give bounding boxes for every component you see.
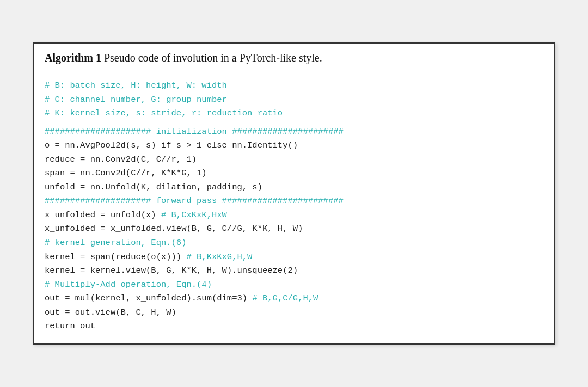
code-line: out = out.view(B, C, H, W) — [45, 306, 543, 320]
code-text: return out — [45, 321, 95, 331]
separator-line: ##################### forward pass #####… — [45, 194, 543, 208]
code-text: out = mul(kernel, x_unfolded).sum(dim=3) — [45, 293, 252, 303]
code-text: out = out.view(B, C, H, W) — [45, 308, 176, 317]
code-line: kernel = kernel.view(B, G, K*K, H, W).un… — [45, 264, 543, 278]
code-line: x_unfolded = x_unfolded.view(B, G, C//G,… — [45, 222, 543, 236]
code-text: kernel = span(reduce(o(x))) — [45, 252, 186, 262]
comment-line: # K: kernel size, s: stride, r: reductio… — [45, 107, 543, 121]
code-line: kernel = span(reduce(o(x))) # B,KxKxG,H,… — [45, 250, 543, 265]
algorithm-label: Algorithm 1 — [45, 52, 101, 64]
inline-comment: # B,KxKxG,H,W — [186, 252, 252, 262]
code-text: x_unfolded = unfold(x) — [45, 210, 161, 220]
code-text: kernel = kernel.view(B, G, K*K, H, W).un… — [45, 266, 298, 275]
inline-comment: # B,CxKxK,HxW — [161, 210, 227, 220]
code-text: span = nn.Conv2d(C//r, K*K*G, 1) — [45, 168, 207, 178]
code-text: x_unfolded = x_unfolded.view(B, G, C//G,… — [45, 224, 303, 234]
comment-line: # C: channel number, G: group number — [45, 93, 543, 107]
code-line: o = nn.AvgPool2d(s, s) if s > 1 else nn.… — [45, 139, 543, 153]
comment-line: # kernel generation, Eqn.(6) — [45, 236, 543, 250]
inline-comment: # B,G,C/G,H,W — [252, 293, 318, 303]
code-text: reduce = nn.Conv2d(C, C//r, 1) — [45, 155, 197, 164]
code-line: unfold = nn.Unfold(K, dilation, padding,… — [45, 181, 543, 195]
code-line: span = nn.Conv2d(C//r, K*K*G, 1) — [45, 167, 543, 181]
algorithm-container: Algorithm 1 Pseudo code of involution in… — [33, 42, 555, 345]
algorithm-title: Pseudo code of involution in a PyTorch-l… — [104, 52, 322, 64]
code-text: o = nn.AvgPool2d(s, s) if s > 1 else nn.… — [45, 140, 298, 150]
comment-line: # Multiply-Add operation, Eqn.(4) — [45, 278, 543, 292]
blank-line — [45, 121, 543, 125]
algorithm-header: Algorithm 1 Pseudo code of involution in… — [34, 44, 554, 71]
code-text: unfold = nn.Unfold(K, dilation, padding,… — [45, 182, 262, 192]
comment-line: # B: batch size, H: height, W: width — [45, 79, 543, 93]
separator-line: ##################### initialization ###… — [45, 125, 543, 139]
code-line: reduce = nn.Conv2d(C, C//r, 1) — [45, 153, 543, 167]
algorithm-body: # B: batch size, H: height, W: width# C:… — [34, 71, 554, 343]
code-line: return out — [45, 320, 543, 334]
code-line: out = mul(kernel, x_unfolded).sum(dim=3)… — [45, 292, 543, 306]
code-line: x_unfolded = unfold(x) # B,CxKxK,HxW — [45, 208, 543, 223]
